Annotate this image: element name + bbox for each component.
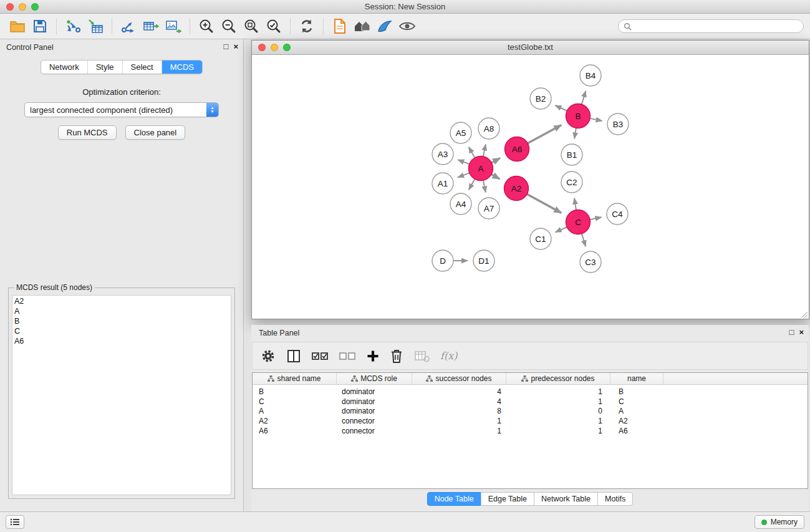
export-image-icon[interactable] <box>162 16 185 37</box>
export-network-icon[interactable] <box>117 16 140 37</box>
graph-node-B1[interactable]: B1 <box>561 144 582 165</box>
refresh-icon[interactable] <box>296 16 318 37</box>
column-header-successor-nodes[interactable]: successor nodes <box>412 373 506 384</box>
zoom-fit-icon[interactable] <box>240 16 263 37</box>
network-zoom-icon[interactable] <box>283 44 291 51</box>
zoom-in-icon[interactable] <box>195 16 218 37</box>
style-icon[interactable] <box>374 16 396 37</box>
criterion-dropdown[interactable]: largest connected component (directed) ▲… <box>24 102 219 117</box>
close-panel-icon[interactable]: × <box>233 41 238 52</box>
add-column-icon[interactable] <box>367 350 379 362</box>
network-close-icon[interactable] <box>258 44 266 51</box>
tab-edge-table[interactable]: Edge Table <box>481 492 534 506</box>
graph-edge-C-C4[interactable] <box>590 217 601 220</box>
tab-motifs[interactable]: Motifs <box>597 492 633 506</box>
graph-edge-B-B2[interactable] <box>556 105 567 111</box>
table-row[interactable]: A2connector11A2 <box>253 416 808 426</box>
graph-node-A[interactable]: A <box>469 157 493 181</box>
graph-node-C4[interactable]: C4 <box>607 203 628 225</box>
graph-node-A7[interactable]: A7 <box>478 198 499 219</box>
graph-edge-A-A5[interactable] <box>469 147 475 158</box>
graph-edge-A-A6[interactable] <box>491 158 500 162</box>
graph-node-B[interactable]: B <box>566 104 591 128</box>
graph-node-C3[interactable]: C3 <box>580 251 601 273</box>
graph-edge-C-C2[interactable] <box>574 198 576 210</box>
graph-edge-A-A1[interactable] <box>458 173 470 177</box>
table-row[interactable]: Adominator80A <box>253 407 808 417</box>
graph-edge-A-A3[interactable] <box>458 160 469 164</box>
select-all-icon[interactable] <box>312 351 329 362</box>
network-canvas[interactable]: B4B2BB3B1A5A8A6A3AA1A2A4A7C2C1CC4C3DD1 <box>252 55 809 319</box>
graph-edge-A-A7[interactable] <box>483 180 486 192</box>
zoom-selected-icon[interactable] <box>263 16 285 37</box>
export-table-icon[interactable] <box>140 16 162 37</box>
column-header-predecessor-nodes[interactable]: predecessor nodes <box>506 373 610 384</box>
graph-node-C1[interactable]: C1 <box>530 228 551 249</box>
graph-edge-B-B3[interactable] <box>590 118 602 121</box>
zoom-window-icon[interactable] <box>31 3 39 11</box>
graph-edge-A6-B[interactable] <box>528 125 561 143</box>
memory-button[interactable]: Memory <box>755 515 804 529</box>
float-panel-icon[interactable]: □ <box>224 41 229 52</box>
graph-edge-A-A2[interactable] <box>491 175 499 180</box>
column-header-shared-name[interactable]: shared name <box>253 373 337 384</box>
document-icon[interactable] <box>329 16 351 37</box>
zoom-out-icon[interactable] <box>218 16 240 37</box>
import-network-icon[interactable] <box>62 16 84 37</box>
open-file-icon[interactable] <box>6 16 29 37</box>
graph-node-B3[interactable]: B3 <box>607 114 629 135</box>
graph-edge-A-A8[interactable] <box>483 144 486 156</box>
network-minimize-icon[interactable] <box>271 44 278 51</box>
mcds-result-item[interactable]: A6 <box>14 336 231 346</box>
eye-icon[interactable] <box>396 16 418 37</box>
deselect-all-icon[interactable] <box>339 351 356 362</box>
close-window-icon[interactable] <box>6 3 14 11</box>
table-row[interactable]: Bdominator41B <box>253 387 808 397</box>
close-table-panel-icon[interactable]: × <box>799 327 804 338</box>
graph-node-C[interactable]: C <box>566 210 591 235</box>
tab-style[interactable]: Style <box>87 60 122 74</box>
mcds-result-item[interactable]: A <box>14 306 231 316</box>
graph-edge-A2-C[interactable] <box>527 194 561 213</box>
task-history-button[interactable] <box>6 515 24 529</box>
graph-node-A1[interactable]: A1 <box>432 173 453 194</box>
float-table-panel-icon[interactable]: □ <box>789 327 794 338</box>
minimize-window-icon[interactable] <box>19 3 26 11</box>
table-row[interactable]: A6connector11A6 <box>253 426 808 436</box>
graph-node-A4[interactable]: A4 <box>450 193 471 215</box>
graph-node-A5[interactable]: A5 <box>450 122 471 143</box>
graph-node-A2[interactable]: A2 <box>504 177 529 201</box>
import-table-icon[interactable] <box>84 16 107 37</box>
mcds-result-item[interactable]: B <box>14 316 231 326</box>
graph-node-B2[interactable]: B2 <box>530 88 551 109</box>
tab-mcds[interactable]: MCDS <box>162 60 202 74</box>
delete-column-icon[interactable] <box>390 349 403 364</box>
table-row[interactable]: Cdominator41C <box>253 397 808 407</box>
save-session-icon[interactable] <box>29 16 51 37</box>
search-input[interactable] <box>635 22 798 31</box>
graph-edge-A-A4[interactable] <box>469 179 475 190</box>
table-settings-gear-icon[interactable] <box>261 349 276 364</box>
column-header-name[interactable]: name <box>610 373 663 384</box>
graph-node-A8[interactable]: A8 <box>478 118 499 139</box>
graph-node-A3[interactable]: A3 <box>432 143 453 165</box>
function-builder-icon[interactable]: f(x) <box>440 350 457 362</box>
mcds-result-item[interactable]: C <box>14 326 231 336</box>
tab-network[interactable]: Network <box>41 60 87 74</box>
graph-edge-C-C1[interactable] <box>556 227 567 232</box>
graph-node-A6[interactable]: A6 <box>505 137 529 162</box>
graph-node-B4[interactable]: B4 <box>580 65 601 86</box>
graph-edge-B-B4[interactable] <box>582 91 586 105</box>
graph-node-D1[interactable]: D1 <box>473 250 494 271</box>
run-mcds-button[interactable]: Run MCDS <box>58 125 117 140</box>
home-icon[interactable] <box>351 16 374 37</box>
close-panel-button[interactable]: Close panel <box>125 125 186 140</box>
graph-edge-B-B1[interactable] <box>574 128 576 138</box>
column-header-mcds-role[interactable]: MCDS role <box>337 373 412 384</box>
graph-node-D[interactable]: D <box>432 250 453 271</box>
search-field[interactable] <box>618 19 804 33</box>
graph-edge-C-C3[interactable] <box>582 234 586 247</box>
tab-node-table[interactable]: Node Table <box>427 492 481 506</box>
mcds-result-item[interactable]: A2 <box>14 296 231 306</box>
column-selector-icon[interactable] <box>286 349 301 364</box>
